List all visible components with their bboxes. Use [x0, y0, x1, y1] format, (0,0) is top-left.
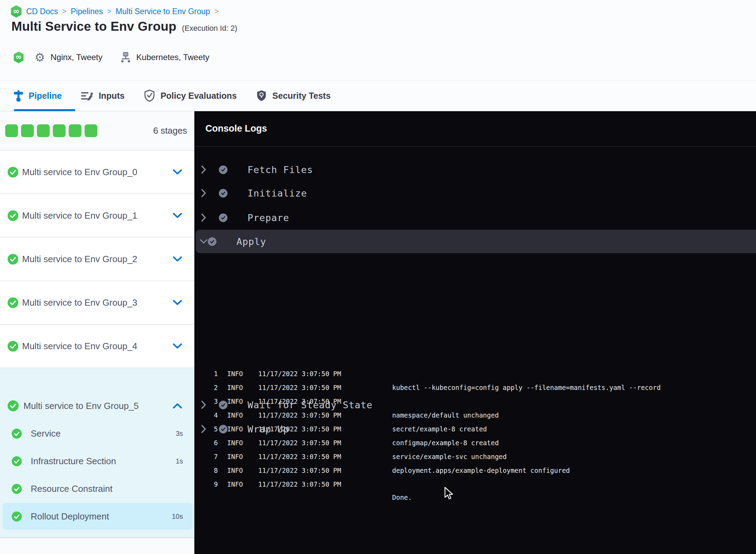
log-line: 1 INFO 11/17/2022 3:07:50 PM [194, 367, 756, 381]
step-row-service[interactable]: Service 3s [3, 420, 193, 447]
inputs-icon [81, 90, 93, 102]
console-step-label: Initialize [248, 188, 307, 199]
step-label: Infrastructure Section [31, 456, 116, 467]
stage-label: Multi service to Env Group_3 [22, 297, 173, 308]
step-row-rollout-deployment[interactable]: Rollout Deployment 10s [3, 503, 193, 530]
console-step-prepare[interactable]: Prepare [194, 208, 756, 227]
stages-summary: 6 stages [0, 111, 194, 151]
stage-square [37, 124, 50, 137]
chevron-down-icon[interactable] [173, 256, 182, 262]
title-row: Multi Service to Env Group (Execution Id… [11, 19, 237, 34]
page-title: Multi Service to Env Group [11, 19, 176, 34]
breadcrumb-link-pipeline-name[interactable]: Multi Service to Env Group [116, 7, 210, 16]
success-check-icon [12, 429, 22, 439]
stage-progress-squares [5, 124, 97, 137]
console-step-wait-for-steady-state[interactable]: Wait for Steady State [194, 395, 756, 414]
chevron-up-icon[interactable] [173, 403, 182, 409]
stage-row[interactable]: Multi service to Env Group_4 [0, 325, 194, 368]
mouse-cursor [444, 487, 454, 502]
environments-label: Kubernetes, Tweety [136, 52, 210, 62]
step-success-icon [208, 237, 216, 246]
log-line: 7 INFO 11/17/2022 3:07:50 PM service/exa… [194, 450, 756, 464]
svg-text:∞: ∞ [16, 52, 22, 61]
chevron-right-icon[interactable] [200, 189, 208, 197]
breadcrumb-separator: > [214, 7, 219, 16]
log-timestamp: 11/17/2022 3:07:50 PM [258, 367, 341, 381]
stage-row[interactable]: Multi service to Env Group_0 [0, 151, 194, 194]
console-step-fetch-files[interactable]: Fetch Files [194, 160, 756, 179]
success-check-icon [8, 210, 18, 221]
console-step-label: Apply [236, 236, 266, 247]
services-label: Nginx, Tweety [50, 52, 102, 62]
chevron-right-icon[interactable] [200, 425, 208, 433]
console-title: Console Logs [205, 123, 267, 134]
chevron-down-icon[interactable] [200, 239, 208, 244]
step-row-infrastructure[interactable]: Infrastructure Section 1s [3, 448, 193, 475]
tab-label: Pipeline [29, 91, 62, 101]
stage-row[interactable]: Multi service to Env Group_3 [0, 281, 194, 325]
breadcrumb-link-cd-docs[interactable]: CD Docs [26, 7, 58, 16]
chevron-down-icon[interactable] [173, 343, 182, 349]
services-gear-icon: ⚙ [35, 51, 45, 63]
step-label: Resource Constraint [31, 484, 113, 494]
log-line: 8 INFO 11/17/2022 3:07:50 PM deployment.… [194, 464, 756, 477]
chevron-down-icon[interactable] [173, 213, 182, 218]
log-level: INFO [227, 381, 243, 394]
stage-row[interactable]: Multi service to Env Group_2 [0, 238, 194, 281]
log-line: 2 INFO 11/17/2022 3:07:50 PM kubectl --k… [194, 381, 756, 394]
log-done-line: Done. [194, 490, 756, 504]
tab-bar: Pipeline Inputs Policy Evaluations Secur… [0, 80, 756, 111]
step-success-icon [219, 165, 227, 174]
console-step-label: Wait for Steady State [248, 400, 372, 410]
tab-security-tests[interactable]: Security Tests [256, 89, 331, 102]
console-step-wrap-up[interactable]: Wrap Up [194, 419, 756, 439]
step-duration: 1s [176, 457, 183, 465]
stage-row[interactable]: Multi service to Env Group_1 [0, 194, 194, 238]
expanded-stage-group: Multi service to Env Group_5 Service 3s … [0, 368, 194, 538]
step-success-icon [219, 425, 227, 433]
log-message: deployment.apps/example-deployment confi… [392, 464, 750, 477]
step-label: Rollout Deployment [31, 511, 109, 522]
chevron-right-icon[interactable] [200, 213, 208, 222]
success-check-icon [12, 512, 22, 522]
success-check-icon [12, 456, 22, 466]
log-line-number: 1 [194, 367, 218, 381]
log-line-number: 7 [194, 450, 218, 464]
stage-square [5, 124, 18, 137]
log-line: 9 INFO 11/17/2022 3:07:50 PM [194, 477, 756, 491]
log-level: INFO [227, 464, 243, 477]
pipeline-icon [14, 90, 23, 102]
step-success-icon [219, 401, 227, 409]
harness-logo-icon: ∞ [13, 51, 24, 64]
stages-sidebar: 6 stages Multi service to Env Group_0 Mu… [0, 111, 194, 554]
policy-shield-check-icon [144, 89, 155, 102]
tab-label: Policy Evaluations [161, 91, 237, 101]
stage-square [85, 124, 97, 137]
chevron-right-icon[interactable] [200, 401, 208, 409]
success-check-icon [8, 297, 18, 308]
log-timestamp: 11/17/2022 3:07:50 PM [258, 381, 341, 394]
tab-inputs[interactable]: Inputs [81, 90, 125, 102]
stage-label: Multi service to Env Group_4 [22, 341, 173, 352]
breadcrumb-link-pipelines[interactable]: Pipelines [71, 7, 103, 16]
tab-pipeline[interactable]: Pipeline [14, 90, 62, 102]
chevron-right-icon[interactable] [200, 165, 208, 174]
breadcrumb: ∞ CD Docs > Pipelines > Multi Service to… [10, 5, 219, 18]
log-line-number: 2 [194, 381, 218, 394]
page-header: ∞ CD Docs > Pipelines > Multi Service to… [0, 0, 756, 80]
stage-square [69, 124, 81, 137]
console-step-apply-expanded[interactable]: Apply [196, 230, 756, 253]
chevron-down-icon[interactable] [173, 169, 182, 175]
log-line-number: 9 [194, 477, 218, 491]
log-level: INFO [227, 450, 243, 464]
step-duration: 3s [176, 430, 183, 438]
success-check-icon [8, 400, 19, 411]
breadcrumb-separator: > [107, 7, 112, 16]
console-step-initialize[interactable]: Initialize [194, 183, 756, 203]
log-message: service/example-svc unchanged [392, 450, 750, 464]
step-row-resource-constraint[interactable]: Resource Constraint [3, 475, 193, 502]
stage-row-expanded[interactable]: Multi service to Env Group_5 [8, 394, 182, 417]
chevron-down-icon[interactable] [173, 300, 182, 305]
tab-policy-evaluations[interactable]: Policy Evaluations [144, 89, 237, 102]
log-line-number: 8 [194, 464, 218, 477]
